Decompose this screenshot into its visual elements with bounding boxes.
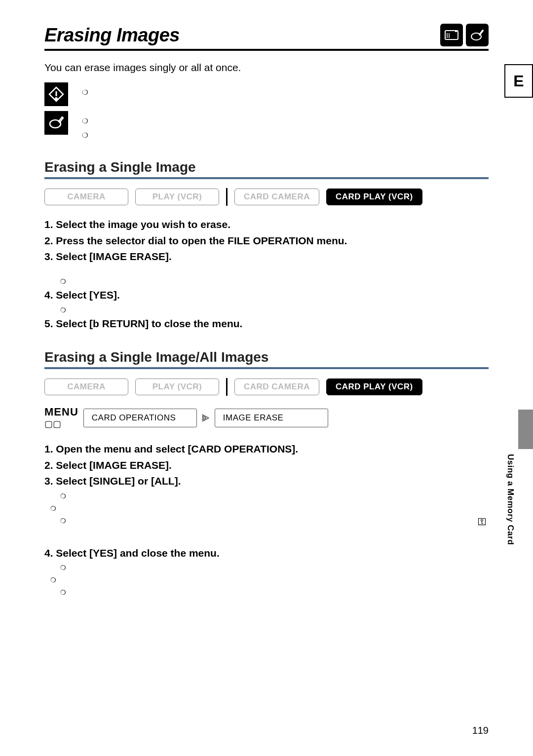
step4b-sub xyxy=(44,561,489,598)
mode-separator xyxy=(226,188,228,206)
pencil-icon xyxy=(466,24,489,46)
page-number: 119 xyxy=(472,725,489,736)
menu-label: MENU xyxy=(44,407,78,417)
note-icon xyxy=(44,111,68,135)
section2-steps-cont: 4. Select [YES] and close the menu. xyxy=(44,545,489,562)
step: 2. Press the selector dial to open the F… xyxy=(44,233,489,249)
section1-heading: Erasing a Single Image xyxy=(44,159,489,175)
section2-rule xyxy=(44,367,489,369)
step: 5. Select [b RETURN] to close the menu. xyxy=(44,316,489,332)
warning-icon xyxy=(44,82,68,106)
section1-steps-cont2: 5. Select [b RETURN] to close the menu. xyxy=(44,316,489,332)
side-tab: E xyxy=(504,64,533,98)
step3-sub xyxy=(44,265,489,287)
book-icon: ▢▢ xyxy=(44,418,78,429)
side-gray-tab xyxy=(518,410,533,449)
step: 1. Select the image you wish to erase. xyxy=(44,217,489,233)
page-title: Erasing Images xyxy=(44,25,489,46)
mode-play-vcr: PLAY (VCR) xyxy=(135,378,219,395)
title-rule xyxy=(44,49,489,51)
note-bullets xyxy=(82,111,92,142)
step: 3. Select [SINGLE] or [ALL]. xyxy=(44,473,489,490)
mode-camera: CAMERA xyxy=(44,189,128,205)
mode-camera: CAMERA xyxy=(44,378,128,395)
mode-card-camera: CARD CAMERA xyxy=(234,378,319,395)
menu-path: MENU ▢▢ CARD OPERATIONS ⫸ IMAGE ERASE xyxy=(44,407,489,429)
triangle-icon: ⫸ xyxy=(201,413,211,424)
menu-label-block: MENU ▢▢ xyxy=(44,407,78,429)
section1-rule xyxy=(44,177,489,179)
mode-card-camera: CARD CAMERA xyxy=(234,189,319,205)
step: 4. Select [YES]. xyxy=(44,287,489,303)
menu-box-card-ops: CARD OPERATIONS xyxy=(83,409,197,427)
note-block xyxy=(44,111,489,142)
mode-card-play-vcr: CARD PLAY (VCR) xyxy=(326,189,422,205)
intro-text: You can erase images singly or all at on… xyxy=(44,62,489,74)
step: 1. Open the menu and select [CARD OPERAT… xyxy=(44,441,489,457)
step: 2. Select [IMAGE ERASE]. xyxy=(44,457,489,474)
step: 4. Select [YES] and close the menu. xyxy=(44,545,489,562)
section1-modes: CAMERA PLAY (VCR) CARD CAMERA CARD PLAY … xyxy=(44,188,489,206)
svg-point-4 xyxy=(55,98,57,100)
key-icon: ⚿ xyxy=(478,514,487,529)
mode-card-play-vcr: CARD PLAY (VCR) xyxy=(326,378,422,395)
mode-play-vcr: PLAY (VCR) xyxy=(135,189,219,205)
section1-steps-cont: 4. Select [YES]. xyxy=(44,287,489,303)
section2-heading: Erasing a Single Image/All Images xyxy=(44,349,489,365)
warning-block xyxy=(44,82,489,106)
step: 3. Select [IMAGE ERASE]. xyxy=(44,249,489,265)
menu-box-image-erase: IMAGE ERASE xyxy=(215,409,328,427)
section2-steps: 1. Open the menu and select [CARD OPERAT… xyxy=(44,441,489,490)
warning-bullets xyxy=(82,82,92,99)
side-chapter-text: Using a Memory Card xyxy=(505,454,515,545)
section2-modes: CAMERA PLAY (VCR) CARD CAMERA CARD PLAY … xyxy=(44,378,489,396)
section1-steps: 1. Select the image you wish to erase. 2… xyxy=(44,217,489,265)
header-icons xyxy=(440,24,489,46)
step4-sub xyxy=(44,303,489,316)
mode-separator xyxy=(226,378,228,396)
card-icon xyxy=(440,24,463,46)
step3b-sub: ⚿ xyxy=(44,490,489,529)
